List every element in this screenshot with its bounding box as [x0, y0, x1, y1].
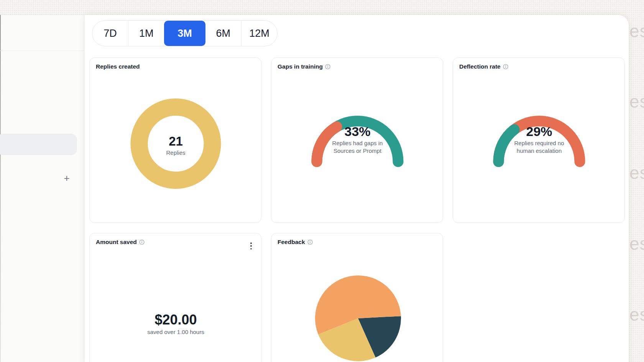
amount-saved-caption: saved over 1.00 hours — [90, 328, 262, 336]
deflection-percent: 29% — [453, 123, 625, 139]
card-gaps-in-training: Gaps in training 33% Replies had gaps in… — [271, 57, 443, 223]
card-title: Replies created — [96, 63, 140, 70]
deflection-gauge-chart — [453, 58, 625, 223]
add-button[interactable]: + — [61, 173, 72, 183]
feedback-pie-chart — [271, 233, 444, 362]
time-range-option-7d[interactable]: 7D — [92, 21, 128, 46]
replies-donut-chart — [90, 58, 262, 223]
slice-dark — [358, 316, 401, 357]
main-panel: 7D 1M 3M 6M 12M Replies created 21 Repli… — [84, 15, 629, 362]
info-icon[interactable] — [307, 239, 313, 245]
slice-orange — [315, 275, 401, 334]
time-range-selector: 7D 1M 3M 6M 12M — [92, 20, 278, 46]
watermark-text: ese — [629, 21, 644, 41]
watermark-text: ese — [629, 233, 644, 254]
slice-yellow — [318, 318, 375, 361]
amount-saved-value: $20.00 — [90, 311, 262, 328]
deflection-caption-line1: Replies required no — [453, 139, 625, 147]
kebab-menu-icon[interactable] — [249, 242, 253, 250]
watermark-text: ese — [629, 162, 644, 183]
gaps-gauge-chart — [271, 58, 444, 223]
card-deflection-rate: Deflection rate 29% Replies required no … — [453, 57, 625, 223]
card-title: Gaps in training — [278, 63, 323, 70]
replies-unit-label: Replies — [90, 149, 262, 157]
replies-count: 21 — [90, 134, 262, 149]
card-title: Deflection rate — [459, 63, 501, 70]
time-range-option-6m[interactable]: 6M — [205, 21, 241, 46]
sidebar-left-edge-line — [0, 15, 1, 362]
watermark-text: ese — [629, 304, 644, 325]
card-amount-saved: Amount saved $20.00 saved over 1.00 hour… — [89, 233, 261, 362]
info-icon[interactable] — [139, 239, 145, 245]
time-range-option-3m[interactable]: 3M — [164, 21, 205, 46]
time-range-option-1m[interactable]: 1M — [128, 21, 164, 46]
card-feedback: Feedback — [271, 233, 443, 362]
deflection-caption-line2: human escalation — [453, 147, 625, 155]
watermark-text: ese — [629, 91, 644, 112]
time-range-option-12m[interactable]: 12M — [241, 21, 277, 46]
card-title: Amount saved — [96, 239, 137, 246]
sidebar: + — [0, 15, 84, 362]
gaps-caption-line2: Sources or Prompt — [271, 147, 444, 155]
info-icon[interactable] — [503, 64, 508, 69]
card-title: Feedback — [278, 239, 305, 246]
sidebar-header — [0, 15, 84, 51]
info-icon[interactable] — [325, 64, 330, 69]
gaps-caption-line1: Replies had gaps in — [271, 139, 444, 147]
gaps-percent: 33% — [271, 123, 444, 139]
sidebar-item-active[interactable] — [0, 134, 77, 155]
card-replies-created: Replies created 21 Replies — [89, 57, 261, 223]
